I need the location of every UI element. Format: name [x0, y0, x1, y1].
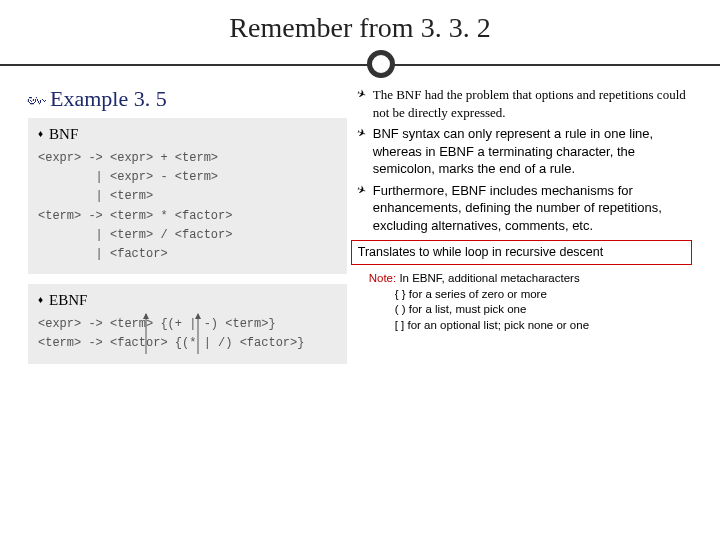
- bullet-item: Furthermore, EBNF includes mechanisms fo…: [355, 182, 692, 235]
- ebnf-line: <term> -> <factor> {(* | /) <factor>}: [38, 334, 337, 353]
- divider-line: [0, 64, 720, 66]
- note-block: Note: In EBNF, additional metacharacters…: [355, 271, 692, 333]
- bnf-lines: <expr> -> <expr> + <term> | <expr> - <te…: [38, 149, 337, 264]
- bnf-line: | <expr> - <term>: [38, 168, 337, 187]
- note-label: Note:: [369, 272, 397, 284]
- bullet-item: The BNF had the problem that options and…: [355, 86, 692, 121]
- bnf-block: BNF <expr> -> <expr> + <term> | <expr> -…: [28, 118, 347, 274]
- content-row: ៚Example 3. 5 BNF <expr> -> <expr> + <te…: [28, 86, 692, 514]
- example-heading-text: Example 3. 5: [50, 86, 167, 111]
- bullet-list: The BNF had the problem that options and…: [355, 86, 692, 234]
- example-heading: ៚Example 3. 5: [28, 86, 347, 112]
- ebnf-label: EBNF: [38, 292, 337, 309]
- note-meta-line: ( ) for a list, must pick one: [395, 302, 692, 318]
- bnf-line: | <term>: [38, 187, 337, 206]
- note-intro: In EBNF, additional metacharacters: [396, 272, 579, 284]
- ebnf-block: EBNF <expr> -> <term> {(+ | -) <term>} <…: [28, 284, 347, 363]
- slide: Remember from 3. 3. 2 ៚Example 3. 5 BNF …: [0, 0, 720, 540]
- bullet-text: The BNF had the problem that options and…: [373, 87, 686, 120]
- bullet-text: Furthermore, EBNF includes mechanisms fo…: [373, 183, 662, 233]
- bnf-label: BNF: [38, 126, 337, 143]
- bullet-item: BNF syntax can only represent a rule in …: [355, 125, 692, 178]
- swirl-bullet-icon: ៚: [28, 90, 46, 110]
- bnf-line: | <term> / <factor>: [38, 226, 337, 245]
- bnf-line: <term> -> <term> * <factor>: [38, 207, 337, 226]
- note-meta-line: [ ] for an optional list; pick none or o…: [395, 318, 692, 334]
- slide-title: Remember from 3. 3. 2: [28, 12, 692, 44]
- title-divider: [28, 50, 692, 80]
- note-meta-lines: { } for a series of zero or more ( ) for…: [369, 287, 692, 334]
- bnf-line: <expr> -> <expr> + <term>: [38, 149, 337, 168]
- right-column: The BNF had the problem that options and…: [355, 86, 692, 514]
- translate-callout: Translates to while loop in recursive de…: [351, 240, 692, 265]
- bnf-line: | <factor>: [38, 245, 337, 264]
- divider-circle-icon: [367, 50, 395, 78]
- note-meta-line: { } for a series of zero or more: [395, 287, 692, 303]
- ebnf-line: <expr> -> <term> {(+ | -) <term>}: [38, 315, 337, 334]
- ebnf-lines: <expr> -> <term> {(+ | -) <term>} <term>…: [38, 315, 337, 353]
- bullet-text: BNF syntax can only represent a rule in …: [373, 126, 653, 176]
- left-column: ៚Example 3. 5 BNF <expr> -> <expr> + <te…: [28, 86, 347, 514]
